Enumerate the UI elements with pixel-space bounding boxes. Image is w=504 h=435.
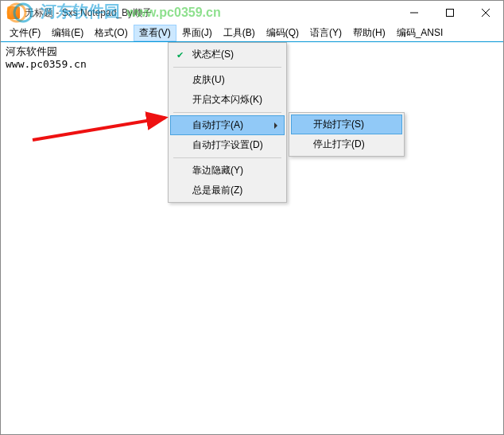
menuitem-label: 自动打字(A) [192, 119, 243, 130]
menuitem-auto-type-settings[interactable]: 自动打字设置(D) [170, 135, 285, 155]
menuitem-always-top[interactable]: 总是最前(Z) [170, 181, 285, 200]
menu-interface[interactable]: 界面(J) [176, 25, 218, 41]
window-controls [396, 1, 503, 25]
menuitem-label: 开始打字(S) [313, 118, 364, 130]
check-icon: ✔ [176, 49, 184, 60]
auto-type-submenu: 开始打字(S) 停止打字(D) [289, 112, 405, 157]
minimize-button[interactable] [396, 1, 432, 25]
titlebar: 无标题 - Sxs Notepad_By顺子 [1, 1, 503, 25]
menu-edit[interactable]: 编辑(E) [46, 25, 89, 41]
menu-tools[interactable]: 工具(B) [218, 25, 261, 41]
menuitem-label: 状态栏(S) [192, 49, 234, 60]
menuitem-edge-hide[interactable]: 靠边隐藏(Y) [170, 161, 285, 181]
menu-separator [173, 67, 281, 68]
menuitem-label: 开启文本闪烁(K) [192, 94, 262, 105]
menuitem-label: 皮肤(U) [192, 74, 225, 85]
window-title: 无标题 - Sxs Notepad_By顺子 [25, 6, 152, 20]
menubar: 文件(F) 编辑(E) 格式(O) 查看(V) 界面(J) 工具(B) 编码(Q… [1, 25, 503, 42]
app-icon [7, 6, 20, 19]
menu-format[interactable]: 格式(O) [89, 25, 133, 41]
close-button[interactable] [467, 1, 503, 25]
submenu-arrow-icon [274, 122, 277, 129]
menu-help[interactable]: 帮助(H) [347, 25, 391, 41]
menuitem-label: 停止打字(D) [313, 138, 365, 150]
menuitem-label: 靠边隐藏(Y) [192, 165, 243, 176]
menuitem-skin[interactable]: 皮肤(U) [170, 70, 285, 90]
menu-view[interactable]: 查看(V) [134, 25, 176, 41]
svg-rect-3 [446, 10, 453, 17]
view-dropdown: ✔ 状态栏(S) 皮肤(U) 开启文本闪烁(K) 自动打字(A) 自动打字设置(… [168, 42, 287, 203]
menuitem-text-blink[interactable]: 开启文本闪烁(K) [170, 90, 285, 110]
menu-encoding[interactable]: 编码(Q) [261, 25, 304, 41]
menuitem-statusbar[interactable]: ✔ 状态栏(S) [170, 45, 285, 64]
menu-file[interactable]: 文件(F) [4, 25, 46, 41]
submenu-stop-typing[interactable]: 停止打字(D) [291, 134, 402, 154]
maximize-button[interactable] [432, 1, 467, 25]
menu-separator [173, 112, 281, 113]
menu-language[interactable]: 语言(Y) [304, 25, 347, 41]
menu-separator [173, 157, 281, 158]
menu-encoding-ansi[interactable]: 编码_ANSI [391, 25, 449, 41]
menuitem-label: 总是最前(Z) [192, 184, 242, 196]
menuitem-label: 自动打字设置(D) [192, 139, 263, 150]
submenu-start-typing[interactable]: 开始打字(S) [291, 115, 402, 134]
menuitem-auto-type[interactable]: 自动打字(A) [170, 115, 285, 135]
